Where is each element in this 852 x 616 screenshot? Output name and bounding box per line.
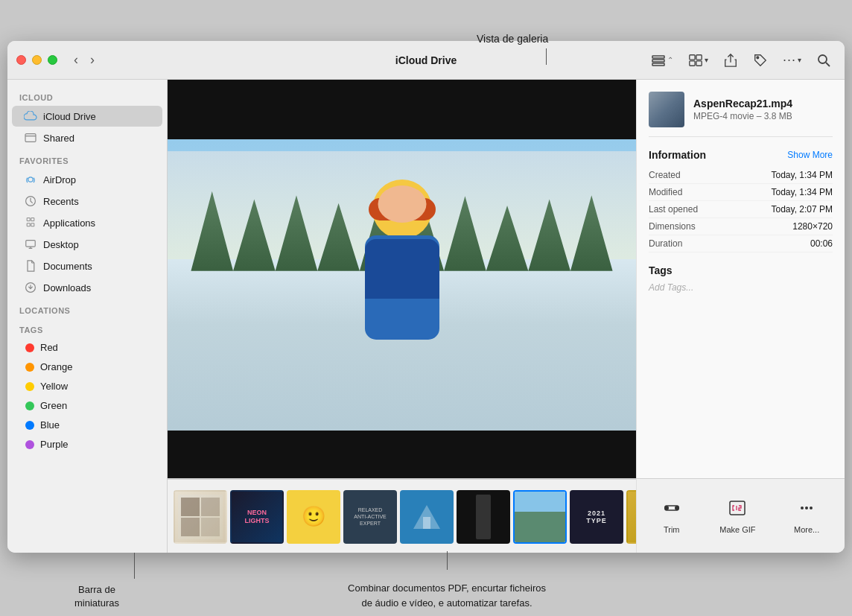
file-header: AspenRecap21.mp4 MPEG-4 movie – 3.8 MB [649, 92, 833, 137]
back-button[interactable]: ‹ [69, 51, 83, 69]
cloud-icon [24, 109, 37, 123]
svg-rect-2 [652, 63, 664, 66]
shared-icon [24, 131, 37, 145]
more-options-button[interactable]: ··· ▾ [778, 49, 806, 71]
sidebar-item-desktop-label: Desktop [43, 239, 79, 250]
sidebar-item-tag-blue-label: Blue [40, 419, 60, 431]
thumbnail-bar-annotation: Barra deminiaturas [74, 583, 119, 610]
svg-point-7 [757, 57, 759, 59]
info-section: Information Show More Created Today, 1:3… [649, 149, 833, 253]
thumbnail-9[interactable]: 🏆 [626, 490, 636, 544]
sidebar-item-tag-blue[interactable]: Blue [12, 416, 162, 434]
svg-point-24 [810, 507, 813, 509]
thumbnail-7[interactable] [513, 490, 567, 544]
svg-rect-1 [652, 60, 664, 62]
tags-section: Tags Add Tags... [649, 264, 833, 293]
traffic-lights [16, 55, 57, 65]
add-tags-placeholder[interactable]: Add Tags... [649, 282, 833, 293]
sidebar-item-recents-label: Recents [43, 196, 79, 207]
sidebar-item-airdrop-label: AirDrop [43, 174, 76, 185]
tags-section-title: Tags [649, 264, 833, 276]
trim-icon [662, 498, 681, 522]
svg-rect-10 [25, 134, 36, 142]
window-title: iCloud Drive [395, 54, 457, 66]
svg-rect-13 [26, 241, 35, 247]
thumbnail-3[interactable]: 🙂 [287, 490, 340, 544]
svg-point-11 [28, 177, 33, 182]
sidebar-section-icloud: iCloud [7, 86, 167, 105]
info-row-modified: Modified Today, 1:34 PM [649, 184, 833, 201]
svg-rect-3 [690, 54, 695, 59]
info-row-dimensions: Dimensions 1280×720 [649, 218, 833, 235]
tag-purple-dot [25, 440, 34, 449]
sidebar-item-tag-purple[interactable]: Purple [12, 435, 162, 454]
search-button[interactable] [812, 50, 836, 71]
make-gif-button[interactable]: Make GIF [710, 492, 764, 540]
more-label: More... [794, 525, 819, 534]
sidebar-item-tag-red[interactable]: Red [12, 338, 162, 357]
thumbnail-1[interactable] [174, 490, 227, 544]
sidebar-item-tag-yellow[interactable]: Yellow [12, 377, 162, 396]
airdrop-icon [24, 173, 37, 186]
tag-orange-dot [25, 363, 34, 372]
svg-rect-6 [696, 60, 702, 65]
sidebar-item-tag-orange[interactable]: Orange [12, 358, 162, 376]
combine-annotation: Combinar documentos PDF, encurtar fichei… [290, 581, 603, 610]
show-more-button[interactable]: Show More [787, 150, 833, 160]
sidebar-item-recents[interactable]: Recents [12, 191, 162, 212]
tag-yellow-dot [25, 382, 34, 391]
more-icon [797, 498, 816, 522]
gallery-view-button[interactable]: ▾ [684, 50, 713, 71]
thumbnail-4[interactable]: RELAXEDANTI-ACTIVEEXPERT [343, 490, 397, 544]
svg-rect-15 [423, 517, 430, 529]
sidebar-item-downloads[interactable]: Downloads [12, 277, 162, 298]
sidebar-item-documents[interactable]: Documents [12, 255, 162, 276]
svg-line-9 [826, 63, 830, 66]
svg-point-22 [801, 507, 804, 509]
thumbnail-6[interactable] [457, 490, 510, 544]
sidebar-item-icloud-drive-label: iCloud Drive [43, 111, 96, 122]
minimize-button[interactable] [32, 55, 42, 65]
sidebar-item-shared[interactable]: Shared [12, 127, 162, 148]
tag-button[interactable] [748, 50, 772, 71]
sidebar-item-documents-label: Documents [43, 261, 92, 272]
thumbnail-8[interactable]: 2021TYPE [570, 490, 623, 544]
sidebar-item-icloud-drive[interactable]: iCloud Drive [12, 106, 162, 127]
svg-rect-0 [652, 56, 664, 58]
file-thumbnail [649, 92, 684, 127]
thumbnail-5[interactable] [400, 490, 454, 544]
sidebar-item-applications-label: Applications [43, 217, 95, 229]
close-button[interactable] [16, 55, 26, 65]
share-button[interactable] [719, 50, 743, 71]
forward-button[interactable]: › [86, 51, 99, 69]
trim-button[interactable]: Trim [653, 492, 690, 540]
sidebar-item-airdrop[interactable]: AirDrop [12, 169, 162, 190]
make-gif-icon [728, 498, 747, 522]
sidebar-item-applications[interactable]: Applications [12, 212, 162, 233]
svg-point-8 [818, 55, 827, 63]
info-panel: AspenRecap21.mp4 MPEG-4 movie – 3.8 MB I… [636, 80, 845, 478]
svg-point-20 [675, 506, 679, 510]
desktop-icon [24, 238, 37, 251]
thumbnail-2[interactable]: NEONLIGHTS [230, 490, 284, 544]
sidebar-item-tag-green-label: Green [40, 400, 67, 411]
sidebar-section-favorites: Favorites [7, 149, 167, 168]
info-section-title: Information [649, 149, 706, 161]
sidebar-item-tag-purple-label: Purple [40, 439, 69, 450]
view-mode-button[interactable]: ⌃ [646, 50, 678, 71]
info-row-duration: Duration 00:06 [649, 235, 833, 253]
more-button[interactable]: More... [785, 492, 828, 540]
info-row-created: Created Today, 1:34 PM [649, 167, 833, 184]
sidebar-section-locations: Locations [7, 299, 167, 318]
fullscreen-button[interactable] [48, 55, 57, 65]
tag-green-dot [25, 401, 34, 410]
svg-rect-4 [696, 54, 702, 59]
svg-rect-5 [690, 60, 695, 65]
sidebar-item-tag-green[interactable]: Green [12, 396, 162, 415]
sidebar-item-downloads-label: Downloads [43, 282, 91, 293]
preview-area [168, 80, 636, 478]
svg-point-23 [805, 507, 808, 509]
documents-icon [24, 259, 37, 273]
svg-point-19 [664, 506, 669, 510]
sidebar-item-desktop[interactable]: Desktop [12, 234, 162, 255]
